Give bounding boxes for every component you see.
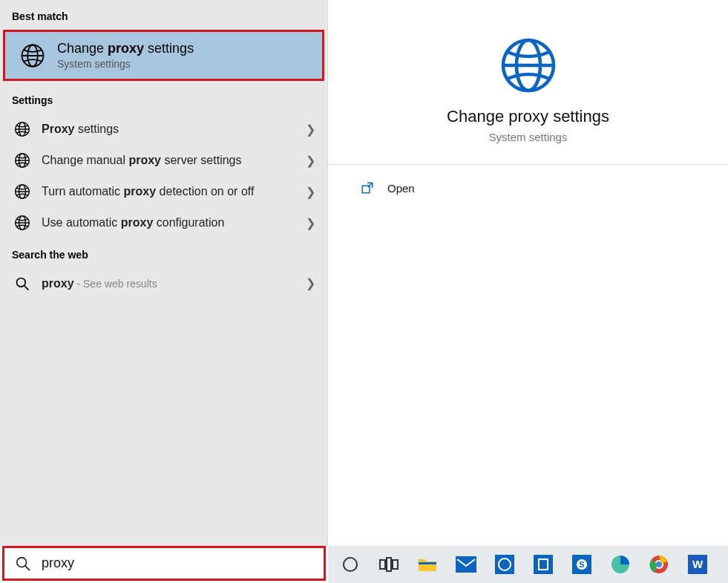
settings-item-label: Use automatic proxy configuration [42, 215, 315, 231]
search-input[interactable] [42, 556, 324, 571]
chevron-right-icon: ❯ [306, 216, 315, 230]
svg-text:S: S [579, 560, 584, 569]
taskbar-dell-icon[interactable] [490, 550, 519, 579]
globe-icon [12, 152, 33, 169]
settings-header: Settings [0, 84, 327, 114]
open-label: Open [387, 182, 415, 195]
chevron-right-icon: ❯ [306, 276, 315, 290]
svg-rect-27 [393, 560, 398, 569]
svg-point-24 [344, 558, 357, 571]
svg-line-23 [25, 565, 30, 570]
taskbar-skype-icon[interactable]: S [567, 550, 597, 579]
svg-line-16 [24, 285, 29, 290]
svg-point-15 [17, 278, 26, 287]
taskbar-edge-icon[interactable] [606, 550, 635, 579]
settings-item-manual-proxy[interactable]: Change manual proxy server settings ❯ [0, 145, 327, 176]
taskbar-cortana-icon[interactable] [335, 550, 365, 579]
best-match-result[interactable]: Change proxy settings System settings [3, 30, 324, 81]
taskbar-mail-icon[interactable] [451, 550, 481, 579]
settings-item-label: Turn automatic proxy detection on or off [42, 183, 315, 200]
svg-rect-26 [387, 558, 391, 571]
preview-panel: Change proxy settings System settings Op… [328, 0, 728, 546]
chevron-right-icon: ❯ [306, 154, 315, 168]
search-icon [4, 556, 42, 572]
globe-icon [12, 215, 33, 231]
taskbar-chrome-icon[interactable] [644, 550, 674, 579]
svg-rect-28 [419, 562, 436, 564]
svg-rect-30 [495, 555, 514, 574]
open-icon [358, 181, 377, 195]
taskbar-word-icon[interactable]: W [683, 550, 712, 579]
svg-rect-25 [380, 560, 385, 569]
web-result-item[interactable]: proxy - See web results ❯ [0, 268, 327, 299]
search-bar[interactable] [2, 546, 326, 581]
search-icon [12, 276, 33, 291]
settings-item-proxy-settings[interactable]: Proxy settings ❯ [0, 114, 327, 145]
open-action[interactable]: Open [328, 165, 728, 211]
settings-item-auto-detection[interactable]: Turn automatic proxy detection on or off… [0, 176, 327, 207]
globe-icon [17, 43, 48, 68]
globe-icon [499, 36, 558, 95]
search-results-panel: Best match Change proxy settings System … [0, 0, 328, 546]
svg-rect-32 [534, 555, 553, 574]
best-match-subtitle: System settings [57, 58, 194, 70]
chevron-right-icon: ❯ [306, 185, 315, 199]
settings-item-label: Change manual proxy server settings [42, 152, 315, 169]
svg-point-22 [17, 557, 27, 567]
settings-item-label: Proxy settings [42, 121, 315, 137]
globe-icon [12, 183, 33, 200]
taskbar-app-icon[interactable] [528, 550, 558, 579]
web-header: Search the web [0, 238, 327, 268]
taskbar-file-explorer-icon[interactable] [413, 550, 442, 579]
globe-icon [12, 121, 33, 137]
best-match-title: Change proxy settings [57, 41, 194, 56]
best-match-header: Best match [0, 0, 327, 30]
taskbar-taskview-icon[interactable] [374, 550, 404, 579]
preview-subtitle: System settings [489, 131, 568, 143]
settings-item-auto-config[interactable]: Use automatic proxy configuration ❯ [0, 207, 327, 238]
preview-title: Change proxy settings [447, 107, 609, 126]
taskbar: S W [328, 546, 728, 583]
chevron-right-icon: ❯ [306, 123, 315, 137]
svg-rect-29 [456, 556, 476, 573]
svg-text:W: W [692, 558, 704, 570]
web-result-label: proxy - See web results [42, 276, 315, 292]
